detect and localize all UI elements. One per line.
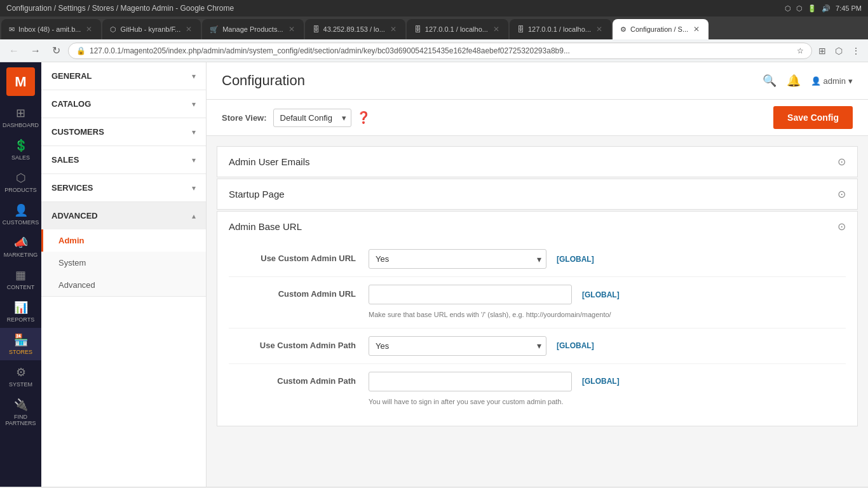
admin-base-url-header[interactable]: Admin Base URL ⊙ xyxy=(217,212,857,241)
window-title: Configuration / Settings / Stores / Mage… xyxy=(6,4,234,13)
use-custom-admin-url-badge: [GLOBAL] xyxy=(557,255,594,264)
tab-close-6[interactable]: ✕ xyxy=(595,24,604,35)
sidebar-item-dashboard[interactable]: ⊞ DASHBOARD xyxy=(0,101,41,133)
use-custom-admin-path-label: Use Custom Admin Path xyxy=(229,336,369,350)
content-icon: ▦ xyxy=(15,268,26,282)
logo-icon: M xyxy=(15,74,26,90)
left-nav-customers-header[interactable]: CUSTOMERS ▾ xyxy=(41,118,206,146)
use-custom-admin-path-select[interactable]: Yes No xyxy=(369,336,546,356)
dashboard-label: DASHBOARD xyxy=(3,122,39,128)
browser-tab-3[interactable]: 🛒 Manage Products... ✕ xyxy=(202,19,303,39)
tab-close-active[interactable]: ✕ xyxy=(692,24,701,35)
nav-bar: ← → ↻ 🔒 127.0.0.1/magento205/index.php/a… xyxy=(0,39,868,62)
browser-tab-5[interactable]: 🗄 127.0.0.1 / localho... ✕ xyxy=(407,19,508,39)
browser-tab-1[interactable]: ✉ Inbox (48) - amit.b... ✕ xyxy=(1,19,101,39)
reports-icon: 📊 xyxy=(14,301,28,315)
tab-bar: ✉ Inbox (48) - amit.b... ✕ ⬡ GitHub - ky… xyxy=(0,17,868,39)
sales-icon: 💲 xyxy=(14,139,28,152)
advanced-chevron: ▴ xyxy=(192,212,196,220)
products-label: PRODUCTS xyxy=(4,187,37,193)
use-custom-admin-url-select[interactable]: Yes No xyxy=(369,249,546,269)
sidebar-item-products[interactable]: ⬡ PRODUCTS xyxy=(0,166,41,198)
star-icon[interactable]: ☆ xyxy=(797,46,804,55)
left-nav-catalog-header[interactable]: CATALOG ▾ xyxy=(41,90,206,118)
left-nav-advanced-header[interactable]: ADVANCED ▴ xyxy=(41,202,206,229)
magento-logo[interactable]: M xyxy=(6,67,35,96)
sidebar-icons: M ⊞ DASHBOARD 💲 SALES ⬡ PRODUCTS 👤 CUSTO… xyxy=(0,62,41,487)
tab-close-4[interactable]: ✕ xyxy=(389,24,398,35)
tab-favicon-6: 🗄 xyxy=(517,25,524,33)
custom-admin-url-row: [GLOBAL] xyxy=(369,285,846,304)
notifications-button[interactable]: 🔔 xyxy=(787,74,801,88)
customers-label: CUSTOMERS xyxy=(3,219,39,226)
tab-close-5[interactable]: ✕ xyxy=(492,24,501,35)
custom-admin-path-input[interactable] xyxy=(369,372,572,391)
custom-admin-url-badge: [GLOBAL] xyxy=(582,290,620,299)
tab-close-1[interactable]: ✕ xyxy=(85,24,93,35)
bookmarks-button[interactable]: ⊞ xyxy=(816,43,829,58)
save-config-button[interactable]: Save Config xyxy=(773,106,853,129)
tab-close-3[interactable]: ✕ xyxy=(287,24,296,35)
page-header: Configuration 🔍 🔔 👤 admin ▾ xyxy=(207,62,868,100)
sidebar-item-find-partners[interactable]: 🔌 FIND PARTNERS xyxy=(0,393,41,431)
page-header-actions: 🔍 🔔 👤 admin ▾ xyxy=(763,74,853,88)
use-custom-admin-path-badge: [GLOBAL] xyxy=(557,341,594,350)
extensions-button[interactable]: ⬡ xyxy=(832,43,845,58)
browser-tab-4[interactable]: 🗄 43.252.89.153 / lo... ✕ xyxy=(305,19,405,39)
advanced-sub-nav: Admin System Advanced xyxy=(41,229,206,296)
admin-base-url-title: Admin Base URL xyxy=(229,221,302,232)
use-custom-admin-path-control: Yes No ▾ [GLOBAL] xyxy=(369,336,846,356)
admin-user-emails-header[interactable]: Admin User Emails ⊙ xyxy=(217,147,857,177)
reload-button[interactable]: ↻ xyxy=(48,42,64,59)
store-view-bar: Store View: Default Config ❓ Save Config xyxy=(207,100,868,136)
app-layout: M ⊞ DASHBOARD 💲 SALES ⬡ PRODUCTS 👤 CUSTO… xyxy=(0,62,868,487)
form-row-custom-admin-path: Custom Admin Path [GLOBAL] You will have… xyxy=(229,364,846,415)
use-custom-admin-url-select-wrap: Yes No ▾ xyxy=(369,249,546,269)
store-view-select-wrap: Default Config xyxy=(273,109,351,127)
back-button[interactable]: ← xyxy=(5,43,23,59)
content-label: CONTENT xyxy=(7,284,35,290)
advanced-sub-advanced[interactable]: Advanced xyxy=(41,274,206,296)
network-icon: ⬡ xyxy=(785,4,791,13)
tab-title-2: GitHub - kyranb/F... xyxy=(120,25,180,33)
advanced-sub-admin[interactable]: Admin xyxy=(41,229,206,252)
address-bar[interactable]: 🔒 127.0.0.1/magento205/index.php/admin/a… xyxy=(68,43,812,59)
browser-tab-2[interactable]: ⬡ GitHub - kyranb/F... ✕ xyxy=(102,19,201,39)
startup-page-header[interactable]: Startup Page ⊙ xyxy=(217,179,857,209)
left-nav-sales-header[interactable]: SALES ▾ xyxy=(41,146,206,173)
custom-admin-url-input[interactable] xyxy=(369,285,572,304)
startup-page-expand-icon: ⊙ xyxy=(837,188,846,200)
admin-user-menu[interactable]: 👤 admin ▾ xyxy=(811,76,853,86)
store-view-left: Store View: Default Config ❓ xyxy=(222,109,370,127)
config-section-admin-base-url: Admin Base URL ⊙ Use Custom Admin URL Ye… xyxy=(217,211,858,426)
sidebar-item-marketing[interactable]: 📣 MARKETING xyxy=(0,231,41,263)
address-text: 127.0.0.1/magento205/index.php/admin/adm… xyxy=(90,46,793,55)
advanced-sub-system[interactable]: System xyxy=(41,252,206,274)
left-nav-services-header[interactable]: SERVICES ▾ xyxy=(41,174,206,201)
tab-title-1: Inbox (48) - amit.b... xyxy=(18,25,81,33)
help-icon[interactable]: ❓ xyxy=(356,111,370,125)
left-nav-general-header[interactable]: GENERAL ▾ xyxy=(41,62,206,90)
store-view-select[interactable]: Default Config xyxy=(273,109,351,127)
tab-favicon-2: ⬡ xyxy=(110,25,116,34)
sidebar-item-content[interactable]: ▦ CONTENT xyxy=(0,263,41,295)
left-nav-advanced-title: ADVANCED xyxy=(51,211,98,220)
browser-tab-6[interactable]: 🗄 127.0.0.1 / localho... ✕ xyxy=(510,19,611,39)
forward-button[interactable]: → xyxy=(27,43,44,59)
sidebar-item-sales[interactable]: 💲 SALES xyxy=(0,133,41,166)
left-nav-sales: SALES ▾ xyxy=(41,146,206,174)
search-button[interactable]: 🔍 xyxy=(763,74,776,88)
battery-icon: 🔋 xyxy=(808,4,817,13)
sidebar-item-stores[interactable]: 🏪 STORES xyxy=(0,328,41,360)
find-partners-icon: 🔌 xyxy=(14,398,28,412)
bluetooth-icon: ⬡ xyxy=(796,4,803,13)
menu-button[interactable]: ⋮ xyxy=(849,43,863,58)
tab-close-2[interactable]: ✕ xyxy=(184,24,193,35)
stores-label: STORES xyxy=(9,349,32,355)
sidebar-item-reports[interactable]: 📊 REPORTS xyxy=(0,295,41,328)
browser-tab-active[interactable]: ⚙ Configuration / S... ✕ xyxy=(613,19,709,39)
sidebar-item-system[interactable]: ⚙ SYSTEM xyxy=(0,360,41,393)
tab-favicon-5: 🗄 xyxy=(414,25,421,33)
sidebar-item-customers[interactable]: 👤 CUSTOMERS xyxy=(0,198,41,231)
sales-chevron: ▾ xyxy=(192,156,196,165)
